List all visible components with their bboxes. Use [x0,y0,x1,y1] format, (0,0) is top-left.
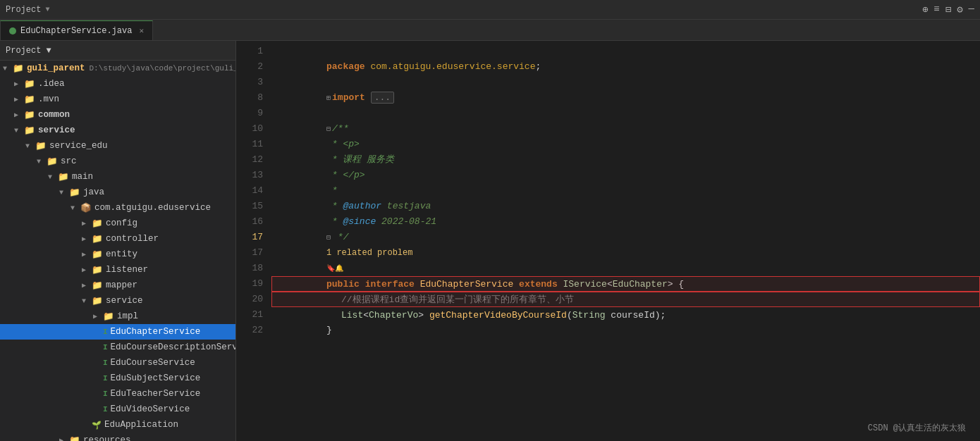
tree-EduChapterService[interactable]: ▶ I EduChapterService [0,324,235,340]
add-icon[interactable]: ⊕ [922,4,928,15]
ln-13: 13 [236,168,263,183]
code-line-20: List<ChapterVo> getChapterVideoByCourseI… [271,292,980,307]
tree-main[interactable]: ▼ 📁 main [0,169,235,185]
tree-listener[interactable]: ▶ 📁 listener [0,262,235,278]
tree-service-edu[interactable]: ▼ 📁 service_edu [0,138,235,154]
tree-EduTeacherService[interactable]: ▶ I EduTeacherService [0,386,235,402]
tree-controller[interactable]: ▶ 📁 controller [0,231,235,247]
tree-EduSubjectService[interactable]: ▶ I EduSubjectService [0,371,235,386]
edu-video-service-label: EduVideoService [111,404,190,414]
collapse-icon[interactable]: ⊟ [945,4,951,15]
common-arrow: ▶ [14,111,24,119]
tree-src[interactable]: ▼ 📁 src [0,154,235,169]
tree-mvn[interactable]: ▶ 📁 .mvn [0,92,235,107]
panel-header: Project ▼ [0,41,235,61]
tree-EduCourseService[interactable]: ▶ I EduCourseService [0,355,235,371]
code-line-18 [271,261,980,276]
editor-tab[interactable]: EduChapterService.java ✕ [0,20,153,40]
interface-badge2: I [103,343,108,352]
tree-mapper[interactable]: ▶ 📁 mapper [0,278,235,293]
project-panel: Project ▼ ▼ 📁 guli_parent D:\study\java\… [0,41,236,441]
panel-title: Project ▼ [6,46,51,56]
config-icon: 📁 [92,218,103,228]
ctrl-icon: 📁 [92,234,103,244]
interface-badge3: I [103,359,108,367]
service-edu-icon: 📁 [35,141,47,151]
code-editor[interactable]: 1 2 3 8 9 10 11 12 13 14 15 16 17 17 18 … [236,41,980,441]
code-line-16: ⊟ */ [271,214,980,230]
src-label: src [61,156,77,166]
ln-12: 12 [236,152,263,168]
minimize-icon[interactable]: ─ [969,4,974,15]
ctrl-arrow: ▶ [82,235,92,243]
interface-badge4: I [103,374,108,383]
entity-label: entity [106,249,137,259]
tree-service-sub[interactable]: ▼ 📁 service [0,293,235,309]
list-icon[interactable]: ≡ [933,4,939,15]
code-line-2 [271,59,980,75]
tree-idea[interactable]: ▶ 📁 .idea [0,76,235,92]
tab-filename: EduChapterService.java [20,26,132,36]
service-sub-icon: 📁 [92,296,103,306]
root-folder-icon: 📁 [13,63,24,73]
java-label: java [83,187,104,197]
service-arrow: ▼ [14,127,24,135]
service-edu-arrow: ▼ [25,142,35,150]
edu-app-label: EduApplication [104,420,178,430]
ln-16: 16 [236,214,263,230]
csdn-watermark: CSDN @认真生活的灰太狼 [868,422,966,434]
res-icon: 📁 [69,435,80,441]
edu-chapter-service-label: EduChapterService [111,327,201,337]
res-arrow: ▶ [59,436,69,441]
main-label: main [72,172,93,182]
main-arrow: ▼ [48,173,58,181]
tree-java[interactable]: ▼ 📁 java [0,185,235,200]
mvn-arrow: ▶ [14,95,24,104]
code-content: 1 2 3 8 9 10 11 12 13 14 15 16 17 17 18 … [236,41,980,441]
code-line-8 [271,90,980,106]
top-bar: Project ▼ ⊕ ≡ ⊟ ⚙ ─ [0,0,980,20]
tab-close-icon[interactable]: ✕ [139,26,144,35]
tree-config[interactable]: ▶ 📁 config [0,216,235,231]
listener-arrow: ▶ [82,266,92,274]
mapper-label: mapper [106,280,137,290]
tree-EduVideoService[interactable]: ▶ I EduVideoService [0,402,235,417]
code-lines: package com.atguigu.eduservice.service; … [271,41,980,441]
settings-icon[interactable]: ⚙ [957,4,962,15]
tree-common[interactable]: ▶ 📁 common [0,107,235,123]
code-line-9: ⊟/** [271,106,980,121]
ln-19: 19 [236,276,263,292]
tree-entity[interactable]: ▶ 📁 entity [0,247,235,262]
code-line-17-problem: 1 related problem [271,230,980,245]
tree-impl[interactable]: ▶ 📁 impl [0,309,235,324]
pkg-icon: 📦 [80,203,92,213]
entity-icon: 📁 [92,249,103,259]
tree-EduApplication[interactable]: ▶ 🌱 EduApplication [0,417,235,433]
main-content: Project ▼ ▼ 📁 guli_parent D:\study\java\… [0,41,980,441]
tree-root[interactable]: ▼ 📁 guli_parent D:\study\java\code\proje… [0,61,235,76]
ln-9: 9 [236,106,263,121]
service-sub-arrow: ▼ [82,297,92,305]
mvn-label: .mvn [38,94,59,104]
service-sub-label: service [106,296,143,306]
class-icon: 🌱 [92,421,102,430]
tree-service[interactable]: ▼ 📁 service [0,123,235,138]
tree-EduCourseDescriptionService[interactable]: ▶ I EduCourseDescriptionService [0,340,235,355]
code-line-22 [271,323,980,338]
ln-8: 8 [236,90,263,106]
tree-pkg[interactable]: ▼ 📦 com.atguigu.eduservice [0,200,235,216]
ln-18: 18 [236,261,263,276]
ln-17b: 17 [236,245,263,261]
root-arrow: ▼ [3,65,13,73]
mapper-icon: 📁 [92,280,103,290]
top-bar-icons: ⊕ ≡ ⊟ ⚙ ─ [922,4,974,15]
edu-course-service-label: EduCourseService [111,358,195,368]
impl-label: impl [117,311,138,321]
config-label: config [106,218,137,228]
tree-resources[interactable]: ▶ 📁 resources [0,433,235,441]
idea-icon: 📁 [24,79,35,89]
dropdown-icon[interactable]: ▼ [45,6,49,13]
mvn-icon: 📁 [24,94,35,104]
edu-course-desc-label: EduCourseDescriptionService [111,342,236,352]
ln-3: 3 [236,75,263,90]
